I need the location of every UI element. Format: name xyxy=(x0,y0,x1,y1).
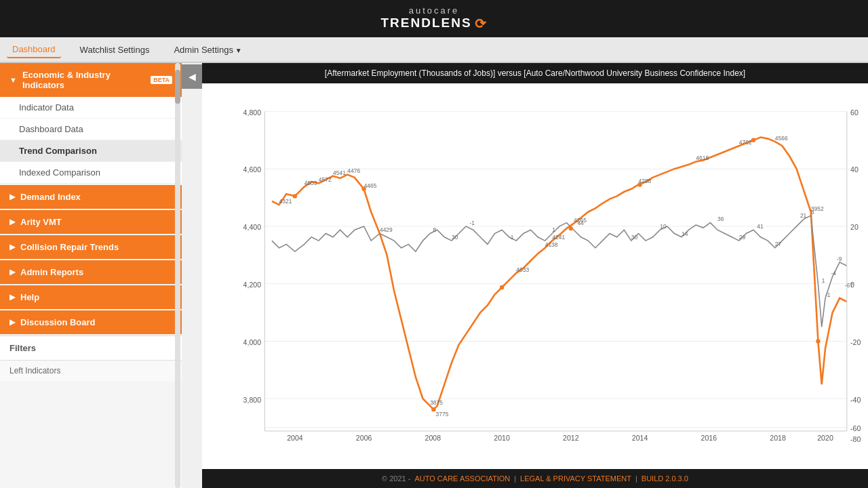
main-layout: ▼ Economic & Industry Indicators BETA In… xyxy=(0,63,868,488)
chart-container: 4,800 4,600 4,400 4,200 4,000 3,800 60 4… xyxy=(202,83,868,469)
sidebar-item-indicator-data[interactable]: Indicator Data xyxy=(0,97,182,119)
sidebar-section-help-header[interactable]: ▶ Help xyxy=(0,285,182,309)
logo-line1: autocare xyxy=(380,6,487,16)
filters-section: Filters xyxy=(0,336,182,360)
back-button[interactable]: ◀ xyxy=(182,64,202,89)
chart-title: [Aftermarket Employment (Thousands of Jo… xyxy=(325,68,745,78)
footer-copyright: © 2021 - xyxy=(382,474,410,483)
svg-text:27: 27 xyxy=(775,241,782,247)
sidebar-section-arity-header[interactable]: ▶ Arity VMT xyxy=(0,210,182,234)
nav-admin[interactable]: Admin Settings xyxy=(168,42,247,58)
nav-bar: Dashboard Watchlist Settings Admin Setti… xyxy=(0,37,868,63)
svg-text:41: 41 xyxy=(757,223,764,230)
nav-dashboard[interactable]: Dashboard xyxy=(7,41,61,58)
svg-text:4241: 4241 xyxy=(552,234,565,241)
sidebar-section-discussion: ▶ Discussion Board xyxy=(0,310,182,334)
svg-text:4503: 4503 xyxy=(304,180,317,187)
chevron-right-icon: ▶ xyxy=(9,318,15,327)
footer-link-autocare[interactable]: AUTO CARE ASSOCIATION xyxy=(414,474,510,483)
svg-text:4,800: 4,800 xyxy=(243,108,262,117)
footer-link-legal[interactable]: LEGAL & PRIVACY STATEMENT xyxy=(520,474,631,483)
sidebar-section-collision: ▶ Collision Repair Trends xyxy=(0,235,182,259)
sidebar-section-demand-header[interactable]: ▶ Demand Index xyxy=(0,185,182,209)
left-indicators-label: Left Indicators xyxy=(9,366,60,375)
svg-text:4,600: 4,600 xyxy=(243,165,262,174)
svg-point-71 xyxy=(500,285,504,289)
chevron-right-icon: ▶ xyxy=(9,192,15,201)
svg-text:4,000: 4,000 xyxy=(243,338,262,346)
svg-text:1: 1 xyxy=(552,226,555,233)
logo: autocare TRENDLENS ⟳ xyxy=(380,6,487,30)
svg-text:44: 44 xyxy=(577,220,584,226)
sidebar-item-indexed-comparison[interactable]: Indexed Comparison xyxy=(0,162,182,184)
svg-text:2010: 2010 xyxy=(494,434,510,442)
svg-text:30: 30 xyxy=(631,234,638,241)
svg-point-74 xyxy=(751,138,755,142)
chevron-down-icon: ▼ xyxy=(9,76,17,84)
svg-text:30: 30 xyxy=(452,234,458,241)
svg-text:8: 8 xyxy=(433,226,436,233)
svg-text:4476: 4476 xyxy=(347,167,360,174)
footer-build: BUILD 2.0.3.0 xyxy=(642,474,688,483)
svg-point-68 xyxy=(293,194,297,198)
sidebar-section-economic-header[interactable]: ▼ Economic & Industry Indicators BETA xyxy=(0,63,182,97)
sidebar-section-admin-header[interactable]: ▶ Admin Reports xyxy=(0,260,182,284)
nav-watchlist[interactable]: Watchlist Settings xyxy=(75,42,155,58)
filters-label: Filters xyxy=(9,343,36,353)
chart-title-bar: [Aftermarket Employment (Thousands of Jo… xyxy=(202,63,868,83)
footer-sep1: | xyxy=(514,474,516,483)
svg-text:-9: -9 xyxy=(837,256,842,262)
sidebar-item-trend-comparison[interactable]: Trend Comparison xyxy=(0,140,182,162)
chevron-right-icon: ▶ xyxy=(9,293,15,302)
section-label: Help xyxy=(20,292,39,302)
sidebar: ▼ Economic & Industry Indicators BETA In… xyxy=(0,63,182,488)
svg-point-72 xyxy=(569,226,573,230)
svg-text:2004: 2004 xyxy=(287,434,303,442)
svg-text:-1: -1 xyxy=(469,220,475,226)
section-content-economic: Indicator Data Dashboard Data Trend Comp… xyxy=(0,97,182,184)
svg-text:21: 21 xyxy=(800,212,807,219)
svg-text:60: 60 xyxy=(850,108,859,117)
svg-text:29: 29 xyxy=(739,234,746,241)
section-label: Economic & Industry Indicators xyxy=(22,70,142,90)
sidebar-section-collision-header[interactable]: ▶ Collision Repair Trends xyxy=(0,235,182,259)
sidebar-section-demand: ▶ Demand Index xyxy=(0,185,182,209)
chevron-right-icon: ▶ xyxy=(9,268,15,277)
svg-text:4465: 4465 xyxy=(364,182,377,189)
svg-text:40: 40 xyxy=(850,165,859,174)
chevron-right-icon: ▶ xyxy=(9,243,15,251)
chevron-right-icon: ▶ xyxy=(9,218,15,226)
sidebar-section-admin: ▶ Admin Reports xyxy=(0,260,182,284)
svg-point-73 xyxy=(637,182,642,186)
back-arrow-icon: ◀ xyxy=(189,71,196,82)
svg-text:2018: 2018 xyxy=(770,434,786,442)
svg-text:4033: 4033 xyxy=(516,266,529,273)
svg-text:2006: 2006 xyxy=(356,434,372,442)
svg-text:3875: 3875 xyxy=(430,399,443,406)
logo-icon: ⟳ xyxy=(475,16,488,31)
sidebar-section-arity: ▶ Arity VMT xyxy=(0,210,182,234)
section-label: Admin Reports xyxy=(20,267,83,277)
svg-text:8: 8 xyxy=(811,209,814,216)
svg-text:4429: 4429 xyxy=(380,226,393,233)
svg-text:10: 10 xyxy=(660,223,667,230)
svg-text:4138: 4138 xyxy=(545,241,558,248)
svg-text:-40: -40 xyxy=(850,396,861,404)
sidebar-scrollbar[interactable] xyxy=(175,63,180,488)
svg-text:2008: 2008 xyxy=(425,434,441,442)
logo-line2: TRENDLENS ⟳ xyxy=(380,16,487,31)
left-indicators: Left Indicators xyxy=(0,360,182,381)
svg-text:-20: -20 xyxy=(850,338,861,346)
svg-text:2014: 2014 xyxy=(632,434,648,442)
beta-badge: BETA xyxy=(151,76,172,84)
content-area: [Aftermarket Employment (Thousands of Jo… xyxy=(202,63,868,488)
svg-text:3,800: 3,800 xyxy=(243,396,262,404)
svg-text:4,200: 4,200 xyxy=(243,281,262,289)
sidebar-section-discussion-header[interactable]: ▶ Discussion Board xyxy=(0,310,182,334)
svg-text:4618: 4618 xyxy=(696,155,709,161)
section-label: Collision Repair Trends xyxy=(20,242,119,252)
sidebar-section-help: ▶ Help xyxy=(0,285,182,309)
section-label: Discussion Board xyxy=(20,317,96,327)
svg-text:-4: -4 xyxy=(831,270,836,277)
sidebar-item-dashboard-data[interactable]: Dashboard Data xyxy=(0,119,182,140)
